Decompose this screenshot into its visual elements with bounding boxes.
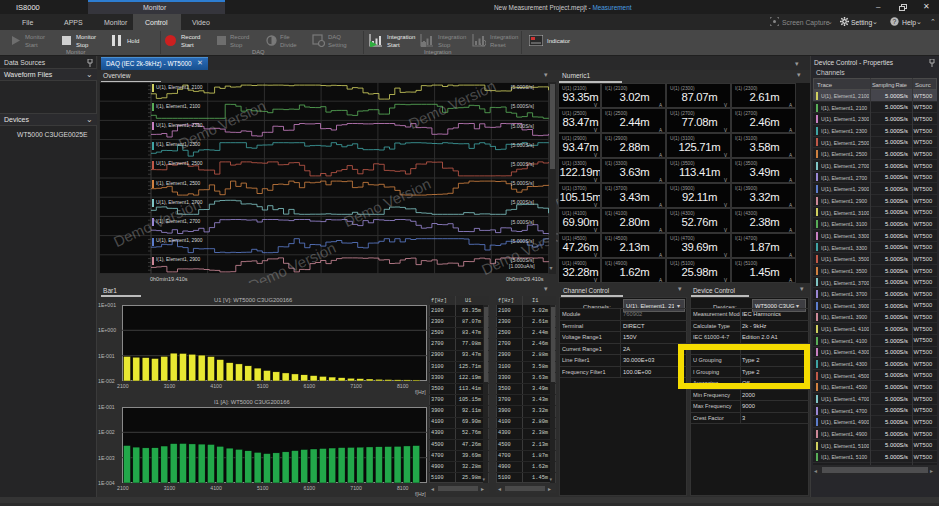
- svg-text:?: ?: [893, 18, 897, 25]
